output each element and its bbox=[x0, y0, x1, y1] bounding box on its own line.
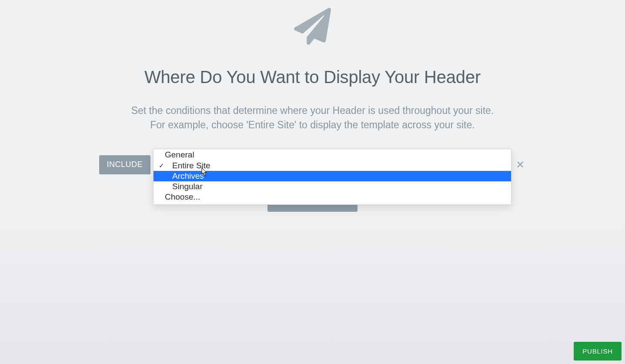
condition-row: INCLUDE General Entire Site Archives Sin… bbox=[99, 155, 526, 174]
dropdown-group-label: General bbox=[154, 149, 511, 160]
dropdown-option-archives[interactable]: Archives bbox=[154, 171, 511, 181]
page-heading: Where Do You Want to Display Your Header bbox=[144, 67, 481, 87]
subtitle-line-1: Set the conditions that determine where … bbox=[131, 104, 494, 118]
publish-label: PUBLISH bbox=[582, 347, 613, 355]
paper-plane-icon bbox=[294, 8, 331, 47]
include-label: INCLUDE bbox=[107, 160, 143, 169]
condition-dropdown[interactable]: General Entire Site Archives Singular Ch… bbox=[153, 149, 511, 205]
page-subtitle: Set the conditions that determine where … bbox=[131, 104, 494, 133]
remove-condition-icon[interactable]: ✕ bbox=[514, 160, 526, 170]
dropdown-option-entire-site[interactable]: Entire Site bbox=[154, 160, 511, 171]
dropdown-option-singular[interactable]: Singular bbox=[154, 181, 511, 192]
dropdown-choose[interactable]: Choose... bbox=[154, 192, 511, 204]
publish-button[interactable]: PUBLISH bbox=[574, 342, 622, 361]
include-button[interactable]: INCLUDE bbox=[99, 155, 151, 174]
subtitle-line-2: For example, choose 'Entire Site' to dis… bbox=[131, 118, 494, 132]
